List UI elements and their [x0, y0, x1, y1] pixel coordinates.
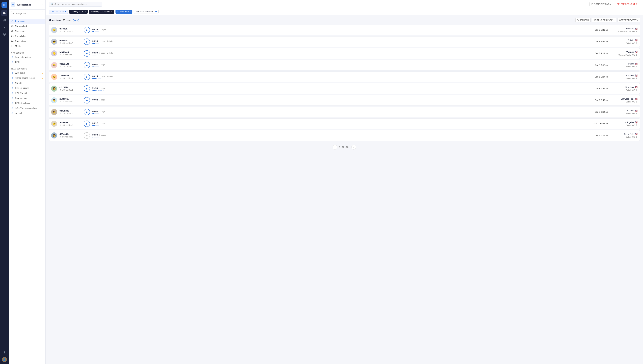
sidebar-item-cpc[interactable]: ⟳ CPC	[9, 60, 45, 65]
mobile-filter-chip[interactable]: Mobile type is iPhone ✕	[89, 10, 114, 14]
rail-icon-users[interactable]	[1, 10, 7, 16]
session-count-icon: ⊓	[60, 112, 61, 114]
date-filter-chip[interactable]: LAST 30 DAYS ▾	[49, 10, 68, 14]
session-count: 1	[62, 124, 63, 126]
sidebar-item-devtool[interactable]: ⟳ devtool	[9, 111, 45, 116]
sidebar-item-sign-up-clicked[interactable]: ⟳ Sign up clicked	[9, 86, 45, 90]
add-filter-button[interactable]: ADD FILTER +	[115, 10, 132, 14]
session-row[interactable]: 😎 dfe09452 ⊓ 1 Since Dec 7 ▶ 00:10 1 pag…	[49, 36, 640, 47]
play-button[interactable]: ▶	[84, 38, 90, 45]
session-row[interactable]: 🧔 8440bbc3 ⊓ 1 Since Dec 2 ▶ 00:04 1 pag…	[49, 107, 640, 117]
session-id: 8440bbc3	[60, 110, 81, 112]
sidebar-item-source-cpc[interactable]: ⟳ Source - cpc	[9, 96, 45, 101]
next-page-button[interactable]: ›	[351, 145, 356, 150]
session-row[interactable]: 👦 3c21775e ⊓ 1 Since Dec 2 ▶ 00:02 1 pag…	[49, 95, 640, 106]
sidebar-item-form-interactions[interactable]: ⟳ Form interactions	[9, 54, 45, 60]
prev-page-button[interactable]: ‹	[333, 145, 337, 150]
session-location-col: Nashville 🇺🇸 Chrome Mobile, iOS 🖥	[611, 27, 637, 33]
session-sub: ⊓ 1 Since Dec 1	[60, 124, 81, 126]
sidebar-item-rage-clicks[interactable]: Rage clicks	[9, 39, 45, 44]
play-button[interactable]: ▶	[84, 50, 90, 56]
rail-icon-settings[interactable]	[1, 31, 7, 37]
session-row[interactable]: 🙂 bd48bfa8 ⊓ 1 Since Dec 7 ▶ 00:39 1 pag…	[49, 48, 640, 59]
app-logo[interactable]: ls	[2, 2, 7, 8]
everyone-section: Everyone Not watched New users Error cli…	[9, 18, 45, 50]
session-location-col: Ontario 🇺🇸 Safari, iOS 🖥	[611, 109, 637, 115]
svg-point-0	[4, 12, 5, 13]
refresh-icon: ↻	[577, 19, 579, 21]
session-count-icon: ⊓	[60, 30, 61, 32]
rail-icon-help[interactable]: ?	[1, 350, 7, 356]
session-browser: Safari, iOS 🖥	[611, 112, 637, 115]
session-count-icon: ⊓	[60, 77, 61, 79]
session-sub: ⊓ 1 Since Dec 2	[60, 89, 81, 91]
team-segments-label: TEAM SEGMENTS	[9, 67, 45, 70]
rail-icon-grid[interactable]	[1, 17, 7, 23]
session-id: bd48bfa8	[60, 51, 81, 54]
session-id: dfe09452	[60, 39, 81, 42]
sidebar-item-new-users[interactable]: New users	[9, 29, 45, 34]
sidebar-item-error-clicks[interactable]: Error clicks	[9, 34, 45, 39]
sidebar-item-with-clicks[interactable]: ⟳ With clicks ★	[9, 70, 45, 76]
global-search-input[interactable]	[55, 3, 100, 5]
rail-icon-chart[interactable]	[1, 24, 7, 30]
sidebar-item-source-cpc-label: Source - cpc	[15, 97, 27, 99]
pagination: ‹ 0 - 10 of 81 ›	[49, 145, 640, 153]
sidebar-item-ab-two-columns[interactable]: ⟳ A/B - Two columns hero	[9, 106, 45, 111]
sort-button[interactable]: SORT BY NEWEST ▾	[617, 18, 640, 22]
session-row[interactable]: 😏 1c586cc5 ⊓ 1 Since Dec 6 ▶ 00:15 1 pag…	[49, 72, 640, 82]
flag-icon: 🇺🇸	[635, 133, 637, 136]
session-date-col: Dec 6, 3:37 pm	[595, 76, 608, 78]
segment-icon-not-ls: ⟳	[11, 82, 14, 84]
sidebar-item-error-clicks-label: Error clicks	[15, 35, 26, 37]
session-duration: 00:10	[92, 28, 98, 31]
sidebar-item-visited-pricing[interactable]: ⟳ Visited pricing + click ★	[9, 76, 45, 80]
mobile-filter-remove-icon[interactable]: ✕	[111, 11, 112, 13]
session-row[interactable]: 🧑 d08d040a ⊓ 2 Since Dec 1 ▶ 00:00 2 pag…	[49, 130, 640, 141]
session-since: Since Dec 7	[63, 42, 73, 44]
session-row[interactable]: 😶 fb8a249e ⊓ 1 Since Dec 1 ▶ 00:12 1 pag…	[49, 118, 640, 129]
play-button[interactable]: ▶	[84, 74, 90, 80]
notifications-button[interactable]: IN NOTIFICATIONS ▾	[589, 2, 613, 6]
save-segment-button[interactable]: SAVE AS SEGMENT	[134, 10, 158, 14]
sidebar-item-not-ls[interactable]: ⟳ Not LS	[9, 80, 45, 86]
company-name: livesession.io	[17, 4, 41, 6]
play-button[interactable]: ▶	[84, 62, 90, 68]
sidebar-item-cpc-facebook[interactable]: ⟳ CPC - facebook	[9, 101, 45, 106]
company-selector[interactable]: ls livesession.io ▾	[9, 0, 45, 10]
play-button[interactable]: ▶	[84, 132, 90, 139]
segment-icon-devtool: ⟳	[11, 112, 14, 114]
session-location-col: New York 🇺🇸 Safari, iOS 🖥	[611, 86, 637, 91]
play-button[interactable]: ▶	[84, 97, 90, 104]
session-row[interactable]: 😐 f83cd3e7 ⊓ 1 Since Dec 9 ▶ 00:10 2 pag…	[49, 24, 640, 35]
session-location-col: Los Angeles 🇺🇸 Safari, iOS 🖥	[611, 121, 637, 126]
country-filter-chip[interactable]: Country is US ✕	[69, 10, 88, 14]
play-button[interactable]: ▶	[84, 86, 90, 92]
user-avatar-rail[interactable]: 👤	[2, 357, 7, 362]
session-date-col: Dec 9, 3:41 am	[595, 29, 608, 31]
flag-icon: 🇺🇸	[635, 86, 637, 88]
session-id-col: fb8a249e ⊓ 1 Since Dec 1	[60, 122, 81, 126]
session-city: New York 🇺🇸	[611, 86, 637, 88]
session-id: 3c21775e	[60, 98, 81, 100]
session-id: f83cd3e7	[60, 28, 81, 30]
session-row[interactable]: 🧑 cf223324 ⊓ 1 Since Dec 2 ▶ 01:15 1 pag…	[49, 83, 640, 94]
items-per-page-button[interactable]: 10 ITEMS PER PAGE ▾	[592, 18, 616, 22]
play-button[interactable]: ▶	[84, 120, 90, 127]
play-button[interactable]: ▶	[84, 27, 90, 33]
sidebar-item-everyone[interactable]: Everyone	[9, 18, 45, 24]
refresh-button[interactable]: ↻ REFRESH	[575, 18, 591, 22]
show-users-link[interactable]: (show)	[73, 19, 79, 22]
play-button[interactable]: ▶	[84, 109, 90, 115]
country-filter-remove-icon[interactable]: ✕	[84, 11, 86, 13]
delete-segment-button[interactable]: DELETE SEGMENT 🗑	[615, 2, 640, 6]
items-per-page-chevron-icon: ▾	[613, 19, 614, 21]
sidebar-item-ppc-gmail[interactable]: ⟳ PPC (Gmail)	[9, 90, 45, 96]
segment-search-input[interactable]	[11, 11, 43, 16]
country-filter-label: Country is US	[71, 10, 84, 13]
sidebar: ls livesession.io ▾ Everyone Not watched…	[9, 0, 46, 364]
browser-name: Chrome Mobile, iOS	[618, 30, 635, 32]
sidebar-item-mobile[interactable]: Mobile	[9, 44, 45, 49]
session-row[interactable]: 😄 03e0da04 ⊓ 1 Since Dec 7 ▶ 00:03 1 pag…	[49, 60, 640, 70]
sidebar-item-not-watched[interactable]: Not watched	[9, 24, 45, 29]
